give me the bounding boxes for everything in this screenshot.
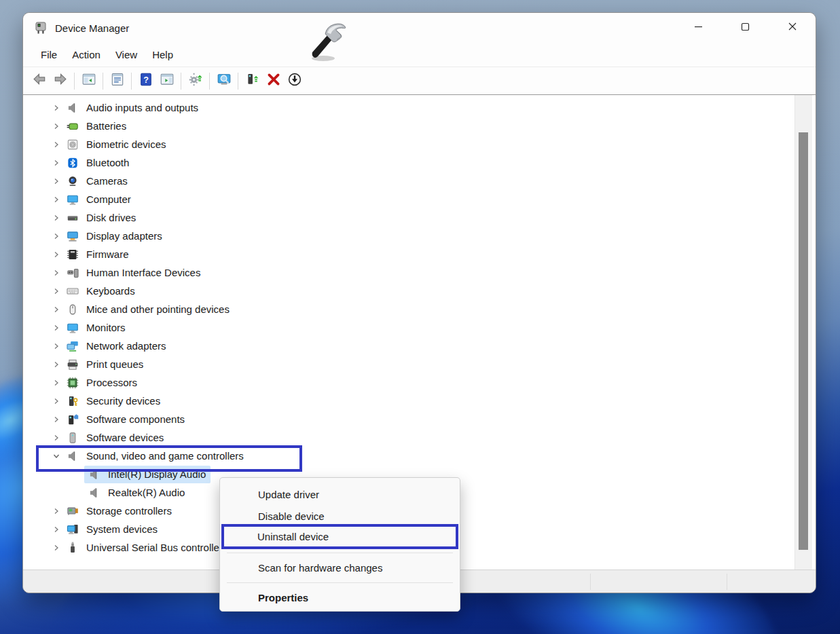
scrollbar-thumb[interactable] — [799, 132, 808, 550]
tree-item-network-adapters[interactable]: Network adapters — [23, 337, 816, 355]
tree-item-area[interactable]: Monitors — [62, 319, 130, 337]
tree-item-area[interactable]: Universal Serial Bus controllers — [62, 539, 232, 557]
tree-item-area[interactable]: Biometric devices — [62, 136, 171, 153]
tree-item-firmware[interactable]: Firmware — [23, 245, 816, 263]
chevron-right-icon[interactable] — [50, 523, 62, 536]
computer-icon — [66, 193, 79, 206]
chevron-right-icon[interactable] — [50, 248, 62, 261]
tree-item-area[interactable]: Disk drives — [62, 209, 141, 227]
chevron-right-icon[interactable] — [50, 267, 62, 279]
tree-item-area[interactable]: Mice and other pointing devices — [62, 301, 234, 318]
chevron-right-icon[interactable] — [50, 395, 62, 407]
chevron-right-icon[interactable] — [50, 432, 62, 444]
minimize-button[interactable] — [675, 13, 722, 43]
context-menu-item-properties[interactable]: Properties — [220, 586, 460, 608]
tree-item-software-devices[interactable]: Software devices — [23, 428, 816, 447]
tree-item-monitors[interactable]: Monitors — [23, 318, 816, 337]
tree-item-area[interactable]: Storage controllers — [62, 502, 177, 520]
chevron-right-icon[interactable] — [50, 193, 62, 206]
tree-item-area[interactable]: Computer — [62, 191, 136, 208]
vertical-scrollbar[interactable] — [795, 95, 812, 570]
tree-item-area[interactable]: Cameras — [62, 172, 132, 190]
tree-item-area[interactable]: Batteries — [62, 117, 131, 135]
help-button[interactable]: ? — [135, 72, 156, 90]
tree-item-biometric-devices[interactable]: Biometric devices — [23, 135, 816, 153]
tree-item-area[interactable]: Display adapters — [62, 227, 167, 245]
chevron-right-icon[interactable] — [50, 102, 62, 114]
chevron-down-icon[interactable] — [50, 450, 62, 462]
chevron-right-icon[interactable] — [50, 322, 62, 334]
tree-item-software-components[interactable]: Software components — [23, 410, 816, 428]
properties-button[interactable] — [107, 72, 128, 90]
tree-item-area[interactable]: Bluetooth — [62, 154, 134, 172]
chevron-right-icon[interactable] — [50, 377, 62, 389]
tree-item-area[interactable]: Software components — [62, 411, 189, 428]
tree-item-area[interactable]: Sound, video and game controllers — [62, 447, 249, 465]
chevron-right-icon[interactable] — [50, 212, 62, 224]
tree-item-area[interactable]: Keyboards — [62, 282, 140, 300]
fingerprint-icon — [66, 138, 79, 151]
tree-item-print-queues[interactable]: Print queues — [23, 355, 816, 373]
tree-item-area[interactable]: Audio inputs and outputs — [62, 99, 203, 117]
menu-action[interactable]: Action — [65, 46, 108, 63]
chevron-right-icon[interactable] — [50, 358, 62, 371]
chevron-right-icon[interactable] — [50, 138, 62, 151]
chevron-right-icon[interactable] — [50, 413, 62, 426]
tree-item-area[interactable]: System devices — [62, 521, 162, 538]
close-button[interactable] — [769, 13, 816, 43]
chevron-right-icon[interactable] — [50, 505, 62, 517]
chevron-right-icon[interactable] — [50, 175, 62, 187]
tree-item-area[interactable]: Software devices — [62, 429, 168, 447]
tree-item-area[interactable]: Security devices — [62, 392, 165, 410]
tree-item-mice-and-other-pointing-devices[interactable]: Mice and other pointing devices — [23, 300, 816, 318]
tree-item-bluetooth[interactable]: Bluetooth — [23, 153, 816, 172]
tree-item-area[interactable]: Processors — [62, 374, 142, 392]
tree-item-batteries[interactable]: Batteries — [23, 117, 816, 135]
tree-item-audio-inputs-and-outputs[interactable]: Audio inputs and outputs — [23, 98, 816, 117]
tree-item-area[interactable]: Realtek(R) Audio — [84, 484, 189, 502]
uninstall-device-button[interactable] — [263, 72, 284, 90]
tree-item-selected-area[interactable]: Intel(R) Display Audio — [84, 466, 211, 483]
disable-device-button[interactable] — [284, 72, 305, 90]
tree-item-disk-drives[interactable]: Disk drives — [23, 208, 816, 227]
update-driver-button[interactable] — [242, 72, 263, 90]
tree-item-area[interactable]: Human Interface Devices — [62, 264, 205, 282]
context-menu-item-update-driver[interactable]: Update driver — [220, 483, 460, 505]
scan-hardware-changes-button[interactable] — [213, 72, 234, 90]
chevron-right-icon[interactable] — [50, 157, 62, 169]
tree-item-keyboards[interactable]: Keyboards — [23, 282, 816, 300]
toolbar-separator — [103, 73, 103, 90]
tree-item-sound-video-and-game-controllers[interactable]: Sound, video and game controllers — [23, 447, 816, 465]
chevron-right-icon[interactable] — [50, 285, 62, 297]
tree-item-area[interactable]: Print queues — [62, 356, 148, 373]
action-pane-button[interactable] — [156, 72, 177, 90]
context-menu-item-disable-device[interactable]: Disable device — [220, 505, 460, 527]
maximize-button[interactable] — [722, 13, 769, 43]
forward-button[interactable] — [50, 72, 71, 90]
tree-item-area[interactable]: Firmware — [62, 246, 134, 263]
tree-item-display-adapters[interactable]: Display adapters — [23, 227, 816, 245]
chevron-right-icon[interactable] — [50, 230, 62, 242]
chevron-right-icon[interactable] — [50, 303, 62, 316]
speaker-icon — [88, 468, 101, 481]
chevron-right-icon[interactable] — [50, 542, 62, 554]
tree-item-computer[interactable]: Computer — [23, 190, 816, 208]
menu-help[interactable]: Help — [145, 46, 181, 63]
menu-file[interactable]: File — [33, 46, 65, 63]
tree-item-human-interface-devices[interactable]: Human Interface Devices — [23, 263, 816, 282]
tree-item-security-devices[interactable]: Security devices — [23, 392, 816, 410]
update-driver-software-button[interactable] — [185, 72, 206, 90]
menu-view[interactable]: View — [108, 46, 145, 63]
back-icon — [32, 72, 47, 90]
title-bar[interactable]: Device Manager — [23, 13, 816, 43]
tree-item-processors[interactable]: Processors — [23, 373, 816, 392]
chevron-right-icon[interactable] — [50, 120, 62, 132]
context-menu-item-uninstall-device[interactable]: Uninstall device — [220, 527, 460, 548]
back-button[interactable] — [29, 72, 50, 90]
tree-item-cameras[interactable]: Cameras — [23, 172, 816, 190]
show-console-tree-button[interactable] — [78, 72, 99, 90]
chevron-right-icon[interactable] — [50, 340, 62, 352]
tree-item-area[interactable]: Network adapters — [62, 337, 171, 355]
context-menu-item-scan-for-hardware-changes[interactable]: Scan for hardware changes — [220, 557, 460, 578]
tree-item-label: Software components — [86, 413, 185, 425]
